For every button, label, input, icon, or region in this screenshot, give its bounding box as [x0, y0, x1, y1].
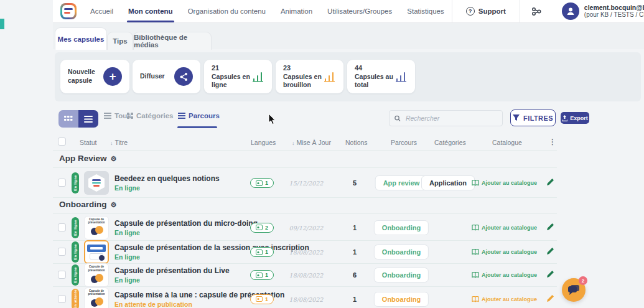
nav-item-accueil[interactable]: Accueil: [83, 0, 121, 22]
header-statut[interactable]: Statut: [80, 139, 96, 146]
tab-tips[interactable]: Tips: [107, 32, 133, 50]
nav-item-animation[interactable]: Animation: [273, 0, 320, 22]
parcours-active-underline: [177, 126, 217, 128]
stat-total-text: 44Capsules au total: [355, 63, 393, 90]
language-flag-icon: [256, 225, 263, 230]
update-date: 18/08/2022: [289, 249, 324, 256]
diffuse-label: Diffuser: [140, 72, 174, 81]
new-capsule-card[interactable]: Nouvelle capsule: [60, 60, 129, 93]
row-checkbox[interactable]: [58, 271, 66, 279]
view-toggle[interactable]: [58, 110, 98, 128]
header-notions[interactable]: Notions: [345, 139, 368, 146]
parcours-chip[interactable]: Onboarding: [374, 220, 429, 235]
nav-item-utilisateurs[interactable]: Utilisateurs/Groupes: [320, 0, 399, 22]
edit-pencil-icon[interactable]: [546, 222, 554, 233]
add-to-catalogue-link[interactable]: Ajouter au catalogue: [472, 272, 537, 278]
language-flag-icon: [256, 180, 263, 186]
header-langues[interactable]: Langues: [251, 139, 276, 146]
row-checkbox[interactable]: [58, 248, 66, 256]
nav-item-organisation[interactable]: Organisation du contenu: [180, 0, 273, 22]
edit-pencil-icon[interactable]: [546, 269, 554, 281]
languages-badge[interactable]: 1: [250, 178, 274, 188]
languages-badge[interactable]: 1: [250, 247, 274, 257]
header-titre[interactable]: Titre: [110, 139, 128, 146]
add-to-catalogue-link[interactable]: Ajouter au catalogue: [472, 296, 537, 302]
list-view-icon[interactable]: [78, 110, 98, 128]
notions-count: 6: [353, 271, 357, 279]
add-to-catalogue-link[interactable]: Ajouter au catalogue: [472, 249, 537, 255]
account-info[interactable]: clement.bocquin@beedeez.c... (pour KB / …: [584, 4, 644, 19]
capsule-thumbnail[interactable]: Capsule de présentation: [84, 216, 109, 240]
user-avatar[interactable]: [562, 2, 579, 20]
notions-count: 5: [353, 179, 357, 187]
stat-card-total[interactable]: 44Capsules au total: [347, 60, 415, 93]
table-row[interactable]: En ligne Capsule de présentation Capsule…: [53, 215, 557, 241]
export-button[interactable]: Export: [561, 112, 589, 124]
grid-view-icon[interactable]: [58, 110, 78, 128]
header-categories[interactable]: Catégories: [434, 139, 466, 146]
add-to-catalogue-link[interactable]: Ajouter au catalogue: [472, 180, 537, 186]
header-parcours[interactable]: Parcours: [391, 139, 417, 146]
header-more-icon[interactable]: [549, 138, 556, 146]
nav-item-mon-contenu[interactable]: Mon contenu: [121, 0, 180, 22]
categorie-chip[interactable]: Application: [421, 175, 475, 190]
gear-icon[interactable]: [111, 155, 117, 162]
filter-tab-parcours[interactable]: Parcours: [178, 112, 220, 119]
nav-item-statistiques[interactable]: Statistiques: [399, 0, 451, 22]
gear-icon[interactable]: [111, 201, 117, 208]
select-all-checkbox[interactable]: [58, 138, 66, 146]
notions-count: 1: [353, 248, 357, 256]
search-input[interactable]: [404, 114, 497, 123]
section-onboarding: Onboarding: [53, 199, 557, 214]
capsule-thumbnail[interactable]: Capsule de présentation: [84, 287, 109, 308]
table-row[interactable]: En ligne Beedeez en quelques notions En …: [53, 169, 557, 198]
row-checkbox[interactable]: [58, 223, 66, 231]
table-row[interactable]: En attente Capsule de présentation Capsu…: [53, 287, 557, 308]
catalogue-book-icon: [472, 272, 479, 278]
parcours-chip[interactable]: Onboarding: [374, 268, 429, 282]
rows-icon: [104, 113, 111, 119]
edit-pencil-icon[interactable]: [546, 177, 554, 189]
stat-card-draft[interactable]: 23Capsules en brouillon: [276, 60, 343, 93]
header-catalogue[interactable]: Catalogue: [492, 139, 522, 146]
capsule-thumbnail[interactable]: [84, 240, 109, 264]
account-email: clement.bocquin@beedeez.c...: [584, 4, 644, 11]
row-checkbox[interactable]: [58, 179, 66, 187]
add-to-catalogue-link[interactable]: Ajouter au catalogue: [472, 225, 537, 231]
stat-online-text: 21Capsules en ligne: [212, 63, 250, 90]
languages-badge[interactable]: 2: [250, 223, 274, 233]
share-icon[interactable]: [174, 67, 193, 86]
tab-mes-capsules[interactable]: Mes capsules: [55, 27, 107, 50]
row-checkbox[interactable]: [58, 295, 66, 303]
capsule-thumbnail[interactable]: Capsule de présentation: [84, 263, 109, 287]
table-row[interactable]: En ligne Capsule de présentation Capsule…: [53, 264, 557, 287]
diffuse-card[interactable]: Diffuser: [133, 60, 200, 93]
left-edge-accent: [0, 19, 4, 29]
languages-badge[interactable]: 1: [250, 294, 274, 304]
status-vertical-badge: En ligne: [72, 264, 79, 286]
header-mise-a-jour[interactable]: Mise À Jour: [292, 139, 331, 146]
stat-draft-label: Capsules en brouillon: [283, 73, 322, 89]
mouse-cursor: [268, 113, 277, 126]
catalogue-book-icon: [472, 180, 479, 186]
edit-pencil-icon[interactable]: [546, 294, 554, 305]
plus-icon[interactable]: [103, 67, 122, 86]
top-right: ? Support clement.bocquin@beedeez.c... (…: [452, 0, 644, 22]
stat-online-value: 21: [212, 64, 219, 72]
filters-button[interactable]: FILTRES: [510, 110, 556, 126]
network-share-icon[interactable]: [520, 6, 553, 17]
filter-tab-categories[interactable]: Catégories: [127, 112, 173, 119]
languages-badge[interactable]: 1: [250, 270, 274, 280]
capsule-thumbnail[interactable]: [84, 171, 109, 195]
parcours-chip[interactable]: Onboarding: [374, 245, 429, 259]
table-row[interactable]: En ligne Capsule de présentation de la s…: [53, 241, 557, 264]
tab-bibliotheque-medias[interactable]: Bibliothèque de médias: [133, 32, 212, 50]
support-button[interactable]: ? Support: [452, 7, 520, 16]
edit-pencil-icon[interactable]: [546, 246, 554, 258]
parcours-chip[interactable]: Onboarding: [374, 292, 429, 307]
parcours-chip[interactable]: App review: [375, 175, 428, 190]
beedeez-logo-icon[interactable]: [60, 3, 77, 19]
stat-card-online[interactable]: 21Capsules en ligne: [204, 60, 272, 93]
chat-unread-badge: 2: [579, 276, 587, 285]
chat-bubbles-icon: [567, 284, 580, 296]
